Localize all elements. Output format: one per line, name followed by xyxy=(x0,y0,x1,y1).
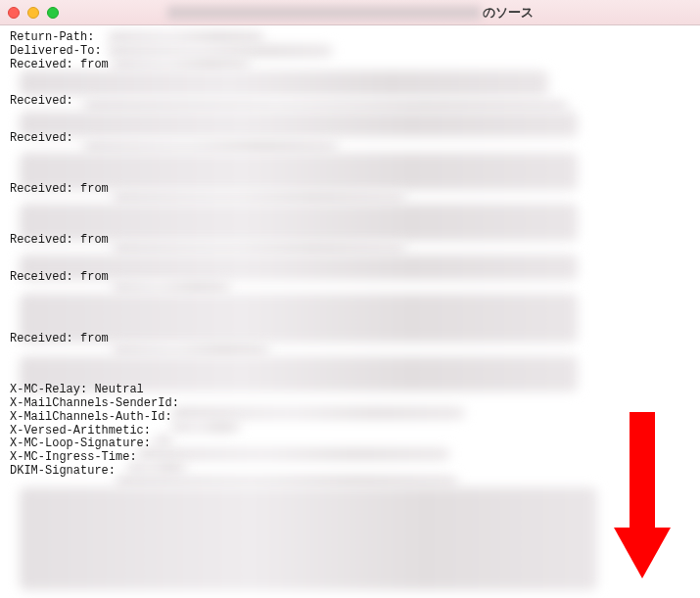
window-title: のソース xyxy=(0,4,700,22)
svg-marker-1 xyxy=(614,528,671,578)
header-return-path: Return-Path: xyxy=(10,31,94,45)
header-received-from-2: Received: from xyxy=(10,183,109,197)
header-delivered-to: Delivered-To: xyxy=(10,45,102,59)
header-x-versed-arithmetic: X-Versed-Arithmetic: xyxy=(10,425,151,438)
header-received-from-4: Received: from xyxy=(10,271,109,285)
header-x-mc-loop-signature: X-MC-Loop-Signature: xyxy=(10,437,151,451)
title-blurred-part xyxy=(167,6,481,20)
header-received-from-5: Received: from xyxy=(10,333,109,346)
header-x-mailchannels-senderid: X-MailChannels-SenderId: xyxy=(10,397,179,411)
header-x-mc-relay: X-MC-Relay: Neutral xyxy=(10,384,144,397)
header-received-1: Received: xyxy=(10,95,73,109)
email-source-content: Return-Path: Delivered-To: Received: fro… xyxy=(0,25,700,598)
down-arrow-annotation-icon xyxy=(614,412,671,578)
header-received-2: Received: xyxy=(10,132,73,146)
header-x-mailchannels-authid: X-MailChannels-Auth-Id: xyxy=(10,411,172,425)
header-dkim-signature: DKIM-Signature: xyxy=(10,465,116,479)
minimize-button[interactable] xyxy=(27,7,39,19)
header-received-from-1: Received: from xyxy=(10,59,109,72)
window-titlebar: のソース xyxy=(0,0,700,25)
header-received-from-3: Received: from xyxy=(10,234,109,248)
maximize-button[interactable] xyxy=(47,7,59,19)
title-suffix: のソース xyxy=(483,4,534,22)
traffic-lights xyxy=(8,7,59,19)
header-x-mc-ingress-time: X-MC-Ingress-Time: xyxy=(10,451,137,465)
close-button[interactable] xyxy=(8,7,20,19)
svg-rect-0 xyxy=(630,412,655,529)
